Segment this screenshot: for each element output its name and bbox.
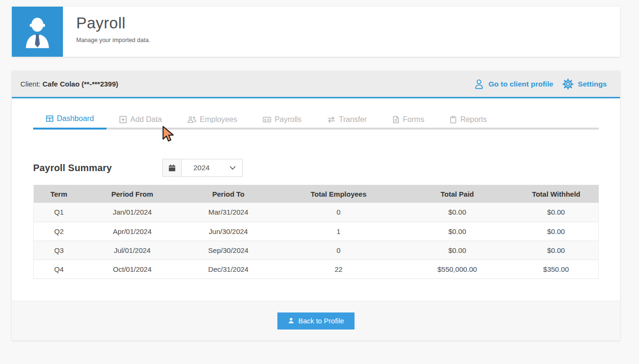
- table-row-q3: Q3 Jul/01/2024 Sep/30/2024 0 $0.00 $0.00: [34, 241, 599, 260]
- transfer-arrows-icon: [327, 116, 336, 123]
- cell-period-to: Sep/30/2024: [180, 241, 276, 260]
- person-avatar-icon: [20, 13, 55, 50]
- tab-label: Employees: [200, 115, 237, 124]
- cell-term: Q3: [34, 241, 84, 260]
- page-subtitle: Manage your imported data.: [76, 37, 150, 43]
- client-bar: Client: Cafe Colao (**-***2399) Go to cl…: [12, 71, 620, 98]
- tab-label: Reports: [460, 115, 487, 124]
- tab-dashboard[interactable]: Dashboard: [33, 112, 106, 130]
- cell-period-to: Dec/31/2024: [180, 260, 276, 278]
- go-to-client-profile-link[interactable]: Go to client profile: [473, 78, 553, 90]
- cell-total-withheld: $0.00: [514, 241, 598, 260]
- tab-bar: Dashboard Add Data Employees: [33, 112, 599, 130]
- cell-total-withheld: $0.00: [514, 203, 598, 222]
- cell-total-employees: 1: [276, 222, 401, 241]
- column-header-term: Term: [34, 185, 84, 203]
- app-header: Payroll Manage your imported data.: [12, 7, 620, 57]
- cell-total-withheld: $350.00: [514, 260, 598, 278]
- app-avatar: [12, 7, 63, 57]
- cell-term: Q2: [34, 222, 84, 241]
- tab-label: Add Data: [130, 115, 162, 124]
- clipboard-icon: [450, 116, 457, 123]
- cell-period-from: Oct/01/2024: [84, 260, 180, 278]
- tab-label: Dashboard: [57, 114, 94, 123]
- cell-total-paid: $0.00: [401, 203, 514, 222]
- column-header-period-to: Period To: [180, 185, 276, 203]
- cell-term: Q1: [34, 203, 84, 222]
- document-icon: [392, 116, 399, 123]
- cell-period-from: Jan/01/2024: [84, 203, 180, 222]
- cell-period-from: Apr/01/2024: [84, 222, 180, 241]
- tab-forms[interactable]: Forms: [380, 112, 437, 130]
- year-select-value: 2024: [193, 164, 209, 172]
- tab-label: Forms: [403, 115, 424, 124]
- client-label-prefix: Client:: [20, 80, 41, 88]
- cell-total-employees: 0: [276, 203, 401, 222]
- settings-label: Settings: [578, 80, 607, 88]
- tab-label: Payrolls: [275, 115, 302, 124]
- table-header-row: Term Period From Period To Total Employe…: [34, 185, 599, 203]
- tab-payrolls[interactable]: $ Payrolls: [250, 112, 314, 130]
- back-to-profile-button[interactable]: Back to Profile: [277, 312, 355, 329]
- cell-total-withheld: $0.00: [514, 222, 598, 241]
- money-check-icon: $: [263, 116, 271, 123]
- person-filled-icon: [288, 317, 294, 324]
- cell-total-employees: 0: [276, 241, 401, 260]
- card-footer: Back to Profile: [12, 301, 620, 340]
- cell-period-to: Mar/31/2024: [180, 203, 276, 222]
- calendar-addon: [163, 159, 182, 176]
- settings-link[interactable]: Settings: [562, 78, 607, 90]
- year-selector-group: 2024: [162, 159, 243, 177]
- column-header-total-employees: Total Employees: [276, 185, 401, 203]
- cell-total-paid: $550,000.00: [401, 260, 514, 278]
- table-icon: [46, 115, 53, 122]
- table-row-q2: Q2 Apr/01/2024 Jun/30/2024 1 $0.00 $0.00: [34, 222, 599, 241]
- cell-total-paid: $0.00: [401, 241, 514, 260]
- person-outline-icon: [473, 78, 485, 90]
- payroll-summary-heading: Payroll Summary: [33, 163, 112, 173]
- plus-square-icon: [119, 116, 127, 123]
- go-to-client-profile-label: Go to client profile: [488, 80, 553, 88]
- column-header-total-paid: Total Paid: [401, 185, 514, 203]
- cell-total-paid: $0.00: [401, 222, 514, 241]
- column-header-total-withheld: Total Withheld: [514, 185, 598, 203]
- cell-period-to: Jun/30/2024: [180, 222, 276, 241]
- client-name: Cafe Colao (**-***2399): [43, 80, 118, 88]
- payroll-summary-table: Term Period From Period To Total Employe…: [33, 185, 599, 279]
- cell-period-from: Jul/01/2024: [84, 241, 180, 260]
- table-row-q4: Q4 Oct/01/2024 Dec/31/2024 22 $550,000.0…: [34, 260, 599, 278]
- tab-employees[interactable]: Employees: [175, 112, 250, 130]
- svg-text:$: $: [264, 118, 266, 122]
- tab-transfer[interactable]: Transfer: [314, 112, 380, 130]
- calendar-icon: [168, 164, 176, 172]
- cell-term: Q4: [34, 260, 84, 278]
- page-title: Payroll: [76, 14, 150, 32]
- chevron-down-icon: [230, 166, 236, 170]
- tab-add-data[interactable]: Add Data: [106, 112, 175, 130]
- table-row-q1: Q1 Jan/01/2024 Mar/31/2024 0 $0.00 $0.00: [34, 203, 599, 222]
- users-icon: [187, 116, 196, 123]
- year-select[interactable]: 2024: [182, 159, 242, 176]
- cell-total-employees: 22: [276, 260, 401, 278]
- main-card: Client: Cafe Colao (**-***2399) Go to cl…: [12, 71, 620, 340]
- client-label: Client: Cafe Colao (**-***2399): [20, 80, 118, 88]
- tab-reports[interactable]: Reports: [437, 112, 499, 130]
- back-to-profile-label: Back to Profile: [298, 317, 344, 325]
- gear-icon: [562, 78, 574, 90]
- tab-label: Transfer: [339, 115, 367, 124]
- column-header-period-from: Period From: [84, 185, 180, 203]
